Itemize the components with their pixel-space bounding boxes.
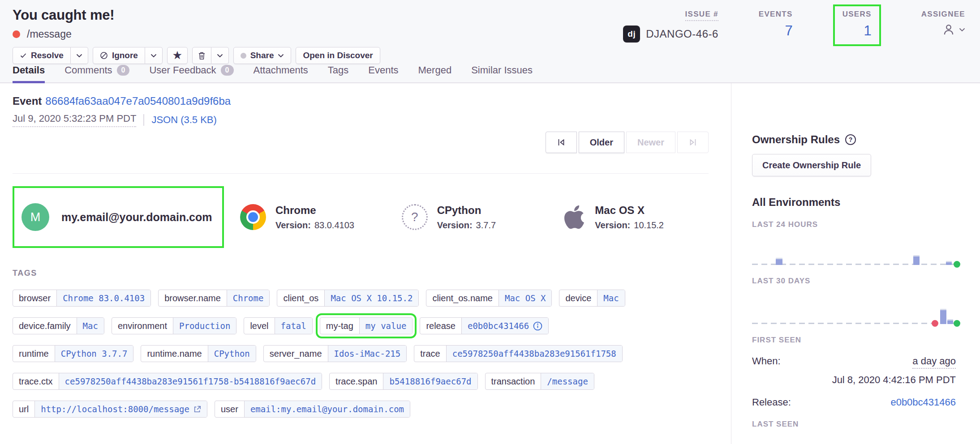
tag-value-link[interactable]: b5418816f9aec67d xyxy=(383,373,477,389)
share-button[interactable]: Share xyxy=(233,47,292,64)
event-header: Event86684fa63aa047e7a0540801a9d9f6ba Ju… xyxy=(13,83,709,174)
create-ownership-rule-button[interactable]: Create Ownership Rule xyxy=(752,154,871,176)
issue-stats: ISSUE # dj DJANGO-46-6 EVENTS 7 USERS 1 … xyxy=(583,7,965,63)
event-id-link[interactable]: 86684fa63aa047e7a0540801a9d9f6ba xyxy=(45,95,231,107)
tag-key: release xyxy=(420,318,462,334)
bookmark-star-button[interactable]: ★ xyxy=(167,47,188,64)
newer-event-button[interactable]: Newer xyxy=(626,132,675,153)
runtime-context-card: ? CPython Version:3.7.7 xyxy=(386,204,547,231)
tab-attachments[interactable]: Attachments xyxy=(254,64,308,83)
chevron-down-icon xyxy=(959,28,965,32)
tag-key: runtime xyxy=(13,346,55,362)
stat-users: USERS 1 xyxy=(833,10,881,46)
newest-event-button[interactable] xyxy=(677,132,709,153)
tag-key: trace.span xyxy=(330,373,383,389)
first-seen-when-row: When: a day ago xyxy=(752,355,956,369)
issue-actions: Resolve Ignore ★ xyxy=(13,47,380,64)
tag-value-link[interactable]: Mac OS X 10.15.2 xyxy=(325,290,418,306)
tag-key: browser.name xyxy=(159,290,227,306)
tag-value-link[interactable]: http://localhost:8000/message xyxy=(35,401,207,417)
tag-key: device xyxy=(559,290,597,306)
tag-value-link[interactable]: Idos-iMac-215 xyxy=(328,346,407,362)
stat-assignee: ASSIGNEE xyxy=(921,10,965,37)
tag-value-link[interactable]: Mac xyxy=(597,290,624,306)
issue-number-label: ISSUE # xyxy=(685,10,718,21)
tag-value-link[interactable]: /message xyxy=(541,373,594,389)
event-details-panel: Event86684fa63aa047e7a0540801a9d9f6ba Ju… xyxy=(0,83,731,444)
stat-issue-number: ISSUE # dj DJANGO-46-6 xyxy=(623,10,718,43)
tag-value-link[interactable]: email:my.email@your.domain.com xyxy=(245,401,410,417)
first-seen-release-row: Release: e0b0bc431466 xyxy=(752,397,956,408)
first-seen-label: FIRST SEEN xyxy=(752,336,956,345)
tag-key: trace xyxy=(414,346,446,362)
help-question-icon[interactable]: ? xyxy=(845,134,856,145)
tab-user-feedback[interactable]: User Feedback0 xyxy=(149,64,233,83)
open-in-discover-button[interactable]: Open in Discover xyxy=(296,47,380,64)
issue-header-left: You caught me! /message Resolve xyxy=(13,7,380,63)
tab-similar-issues[interactable]: Similar Issues xyxy=(471,64,533,83)
json-download-link[interactable]: JSON (3.5 KB) xyxy=(151,114,216,126)
tag-value-link[interactable]: Chrome xyxy=(227,290,270,306)
tag-value-link[interactable]: CPython xyxy=(208,346,256,362)
last-30-days-sparkline xyxy=(752,295,956,324)
tab-label: Attachments xyxy=(254,64,308,76)
resolve-button-group: Resolve xyxy=(13,47,88,64)
oldest-event-button[interactable] xyxy=(546,132,577,153)
resolve-dropdown-button[interactable] xyxy=(71,47,88,64)
delete-button[interactable] xyxy=(192,47,211,64)
delete-dropdown-button[interactable] xyxy=(211,47,229,64)
tag-value-link[interactable]: my value xyxy=(360,318,413,334)
last-30-days-label: LAST 30 DAYS xyxy=(752,277,956,286)
chevron-down-icon xyxy=(278,54,284,58)
tag-pill-level: levelfatal xyxy=(244,317,312,334)
tag-value-link[interactable]: CPython 3.7.7 xyxy=(55,346,133,362)
tag-value-link[interactable]: e0b0bc431466 xyxy=(462,318,548,334)
tag-value-link[interactable]: Production xyxy=(173,318,236,334)
tab-label: Similar Issues xyxy=(471,64,533,76)
tag-key: client_os xyxy=(277,290,325,306)
chevron-down-icon xyxy=(76,54,82,58)
event-date: Jul 9, 2020 5:32:23 PM PDT xyxy=(13,113,136,127)
first-seen-relative-time: a day ago xyxy=(912,355,956,369)
older-event-button[interactable]: Older xyxy=(579,132,624,153)
tab-label: Details xyxy=(13,64,45,76)
user-avatar: M xyxy=(21,203,49,231)
event-pagination: Older Newer xyxy=(546,132,709,153)
tab-comments[interactable]: Comments0 xyxy=(64,64,129,83)
tag-pill-environment: environmentProduction xyxy=(112,317,236,334)
tab-merged[interactable]: Merged xyxy=(418,64,452,83)
release-info-icon[interactable] xyxy=(533,321,542,331)
person-icon xyxy=(941,22,956,37)
tag-value-link[interactable]: Chrome 83.0.4103 xyxy=(57,290,150,306)
django-project-icon[interactable]: dj xyxy=(623,26,640,43)
tab-events[interactable]: Events xyxy=(368,64,398,83)
tab-details[interactable]: Details xyxy=(13,64,45,83)
external-link-icon[interactable] xyxy=(193,406,201,413)
chart-baseline xyxy=(752,264,956,265)
assignee-dropdown[interactable] xyxy=(921,22,965,37)
ignore-button[interactable]: Ignore xyxy=(93,47,145,64)
ignore-dropdown-button[interactable] xyxy=(145,47,163,64)
tag-value-link[interactable]: ce5978250aff4438ba283e91561f1758-b541881… xyxy=(59,373,322,389)
release-link[interactable]: e0b0bc431466 xyxy=(890,397,956,408)
users-label: USERS xyxy=(842,10,872,18)
tag-pill-browser: browserChrome 83.0.4103 xyxy=(13,290,151,307)
events-count[interactable]: 7 xyxy=(759,23,793,39)
skip-to-oldest-icon xyxy=(557,138,566,146)
user-context-card-highlighted: M my.email@your.domain.com xyxy=(13,186,224,248)
tag-key: device.family xyxy=(13,318,77,334)
tab-tags[interactable]: Tags xyxy=(328,64,348,83)
tag-value-link[interactable]: fatal xyxy=(275,318,312,334)
events-label: EVENTS xyxy=(759,10,793,18)
user-email: my.email@your.domain.com xyxy=(61,211,212,224)
tag-value-link[interactable]: Mac xyxy=(77,318,104,334)
tag-pill-runtime: runtimeCPython 3.7.7 xyxy=(13,345,133,362)
tag-value-link[interactable]: Mac OS X xyxy=(499,290,552,306)
check-icon xyxy=(20,52,27,59)
last-seen-label: LAST SEEN xyxy=(752,420,956,429)
meta-separator xyxy=(143,114,144,126)
users-count[interactable]: 1 xyxy=(842,23,872,39)
tag-value-link[interactable]: ce5978250aff4438ba283e91561f1758 xyxy=(447,346,622,362)
resolve-button[interactable]: Resolve xyxy=(13,47,71,64)
skip-to-newest-icon xyxy=(688,138,697,146)
